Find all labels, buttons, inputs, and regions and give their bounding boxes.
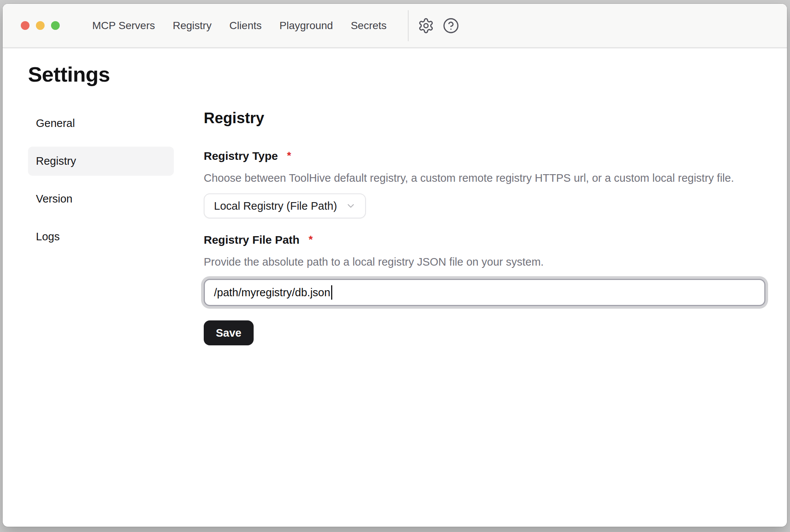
- settings-tab-version[interactable]: Version: [28, 184, 174, 213]
- nav-item-clients[interactable]: Clients: [229, 4, 262, 48]
- nav-item-secrets[interactable]: Secrets: [351, 4, 387, 48]
- section-heading: Registry: [204, 109, 768, 127]
- settings-tab-registry[interactable]: Registry: [28, 147, 174, 176]
- help-button[interactable]: [442, 17, 460, 35]
- required-marker: *: [308, 233, 313, 246]
- registry-file-path-description: Provide the absolute path to a local reg…: [204, 256, 768, 268]
- nav-item-mcp-servers[interactable]: MCP Servers: [92, 4, 155, 48]
- zoom-window-button[interactable]: [51, 21, 60, 30]
- top-navigation: MCP Servers Registry Clients Playground …: [92, 4, 387, 48]
- registry-file-path-input[interactable]: /path/myregistry/db.json: [204, 279, 765, 306]
- registry-settings-panel: Registry Registry Type * Choose between …: [204, 109, 768, 345]
- titlebar-divider: [408, 10, 409, 41]
- gear-icon: [418, 17, 434, 34]
- app-window: MCP Servers Registry Clients Playground …: [3, 4, 787, 527]
- registry-type-label: Registry Type *: [204, 150, 768, 162]
- nav-item-registry[interactable]: Registry: [173, 4, 212, 48]
- registry-type-description: Choose between ToolHive default registry…: [204, 172, 768, 184]
- settings-sidebar: General Registry Version Logs: [28, 109, 174, 345]
- page-title: Settings: [28, 60, 787, 88]
- window-controls: [21, 21, 60, 30]
- save-button[interactable]: Save: [204, 320, 254, 345]
- required-marker: *: [287, 149, 291, 162]
- settings-page: Settings General Registry Version Logs R…: [3, 48, 787, 345]
- settings-button[interactable]: [417, 17, 435, 35]
- help-icon: [443, 17, 459, 34]
- settings-tab-general[interactable]: General: [28, 109, 174, 138]
- chevron-down-icon: [345, 201, 356, 211]
- registry-type-selected-value: Local Registry (File Path): [214, 200, 337, 212]
- registry-file-path-value: /path/myregistry/db.json: [214, 286, 330, 299]
- close-window-button[interactable]: [21, 21, 29, 30]
- titlebar: MCP Servers Registry Clients Playground …: [3, 4, 787, 48]
- minimize-window-button[interactable]: [36, 21, 45, 30]
- registry-type-select[interactable]: Local Registry (File Path): [204, 193, 366, 218]
- settings-tab-logs[interactable]: Logs: [28, 222, 174, 251]
- text-cursor: [331, 285, 332, 300]
- registry-file-path-label: Registry File Path *: [204, 234, 768, 246]
- nav-item-playground[interactable]: Playground: [279, 4, 333, 48]
